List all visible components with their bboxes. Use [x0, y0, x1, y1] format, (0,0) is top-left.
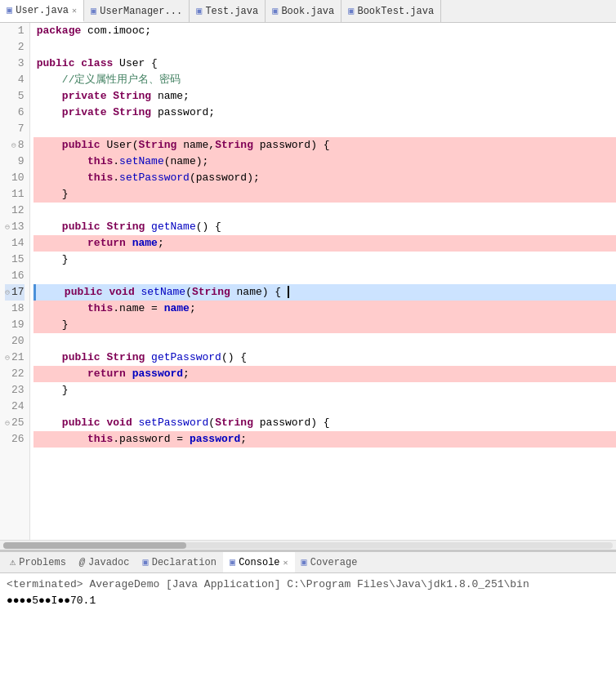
- line-number-25: 25: [5, 415, 25, 431]
- line-number-23: 23: [5, 382, 25, 399]
- tab-usermanager[interactable]: ▣ UserManager...: [84, 0, 190, 22]
- line-number-8: 8: [5, 137, 25, 154]
- line-number-17: 17: [5, 284, 25, 301]
- tab-javadoc[interactable]: @ Javadoc: [73, 552, 136, 572]
- code-line-24[interactable]: [33, 399, 616, 415]
- tab-icon-user-java: ▣: [7, 4, 12, 16]
- tab-book-java[interactable]: ▣ Book.java: [266, 0, 341, 22]
- code-line-16[interactable]: [33, 268, 616, 284]
- code-line-1[interactable]: package com.imooc;: [33, 23, 616, 39]
- close-icon-user-java[interactable]: ✕: [72, 6, 77, 16]
- code-line-8[interactable]: public User(String name,String password)…: [33, 137, 616, 154]
- code-line-22[interactable]: return password;: [33, 366, 616, 382]
- code-line-26[interactable]: this.password = password;: [33, 431, 616, 448]
- code-container[interactable]: 1234567891011121314151617181920212223242…: [0, 23, 616, 540]
- tab-coverage[interactable]: ▣ Coverage: [295, 552, 364, 572]
- line-number-2: 2: [5, 39, 25, 56]
- tab-test-java[interactable]: ▣ Test.java: [190, 0, 266, 22]
- bottom-tab-bar: ⚠ Problems @ Javadoc ▣ Declaration ▣ Con…: [0, 552, 616, 573]
- code-line-10[interactable]: this.setPassword(password);: [33, 170, 616, 186]
- code-line-23[interactable]: }: [33, 382, 616, 399]
- console-terminated-line: <terminated> AverageDemo [Java Applicati…: [7, 577, 609, 593]
- code-line-17[interactable]: public void setName(String name) {: [33, 284, 616, 301]
- line-number-24: 24: [5, 399, 25, 415]
- line-number-21: 21: [5, 350, 25, 366]
- console-close-icon[interactable]: ✕: [283, 558, 288, 568]
- tab-problems[interactable]: ⚠ Problems: [3, 552, 73, 572]
- code-line-13[interactable]: public String getName() {: [33, 219, 616, 235]
- console-output-line: ●●●●5●●I●●70.1: [7, 593, 609, 609]
- line-number-13: 13: [5, 219, 25, 235]
- tab-icon-usermanager: ▣: [91, 5, 96, 17]
- code-lines[interactable]: package com.imooc; public class User { /…: [30, 23, 616, 540]
- console-content: <terminated> AverageDemo [Java Applicati…: [0, 573, 616, 677]
- javadoc-label: Javadoc: [88, 557, 129, 568]
- tab-label-book-java: Book.java: [281, 6, 334, 17]
- coverage-icon: ▣: [301, 556, 307, 568]
- code-line-19[interactable]: }: [33, 317, 616, 333]
- code-line-15[interactable]: }: [33, 252, 616, 268]
- hscroll-thumb[interactable]: [3, 542, 186, 549]
- javadoc-icon: @: [79, 557, 85, 568]
- line-number-16: 16: [5, 268, 25, 284]
- console-label: Console: [239, 557, 279, 568]
- line-number-22: 22: [5, 366, 25, 382]
- tab-label-usermanager: UserManager...: [100, 6, 182, 17]
- line-number-26: 26: [5, 431, 25, 448]
- tab-bar: ▣ User.java ✕ ▣ UserManager... ▣ Test.ja…: [0, 0, 616, 23]
- line-number-3: 3: [5, 56, 25, 72]
- code-line-7[interactable]: [33, 121, 616, 137]
- line-number-5: 5: [5, 88, 25, 105]
- code-line-14[interactable]: return name;: [33, 235, 616, 252]
- tab-user-java[interactable]: ▣ User.java ✕: [0, 0, 84, 22]
- tab-declaration[interactable]: ▣ Declaration: [136, 552, 222, 572]
- tab-icon-test-java: ▣: [196, 5, 202, 17]
- line-number-10: 10: [5, 170, 25, 186]
- declaration-label: Declaration: [152, 557, 216, 568]
- line-number-7: 7: [5, 121, 25, 137]
- tab-label-booktest-java: BookTest.java: [357, 6, 434, 17]
- tab-icon-book-java: ▣: [272, 5, 278, 17]
- line-number-6: 6: [5, 105, 25, 121]
- bottom-panel: ⚠ Problems @ Javadoc ▣ Declaration ▣ Con…: [0, 550, 616, 677]
- code-line-4[interactable]: //定义属性用户名、密码: [33, 72, 616, 88]
- tab-console[interactable]: ▣ Console ✕: [223, 552, 295, 572]
- problems-icon: ⚠: [10, 556, 16, 568]
- tab-booktest-java[interactable]: ▣ BookTest.java: [341, 0, 441, 22]
- line-numbers: 1234567891011121314151617181920212223242…: [0, 23, 30, 540]
- code-line-5[interactable]: private String name;: [33, 88, 616, 105]
- line-number-9: 9: [5, 154, 25, 170]
- line-number-14: 14: [5, 235, 25, 252]
- line-number-1: 1: [5, 23, 25, 39]
- code-line-9[interactable]: this.setName(name);: [33, 154, 616, 170]
- horizontal-scrollbar[interactable]: [0, 540, 616, 550]
- problems-label: Problems: [19, 557, 66, 568]
- code-line-11[interactable]: }: [33, 186, 616, 203]
- hscroll-track[interactable]: [3, 542, 613, 549]
- line-number-15: 15: [5, 252, 25, 268]
- line-number-4: 4: [5, 72, 25, 88]
- code-line-25[interactable]: public void setPassword(String password)…: [33, 415, 616, 431]
- code-line-20[interactable]: [33, 333, 616, 350]
- code-line-12[interactable]: [33, 203, 616, 219]
- declaration-icon: ▣: [142, 556, 148, 568]
- coverage-label: Coverage: [310, 557, 358, 568]
- code-line-21[interactable]: public String getPassword() {: [33, 350, 616, 366]
- line-number-19: 19: [5, 317, 25, 333]
- tab-label-user-java: User.java: [16, 5, 69, 16]
- code-line-6[interactable]: private String password;: [33, 105, 616, 121]
- editor-area: 1234567891011121314151617181920212223242…: [0, 23, 616, 550]
- line-number-20: 20: [5, 333, 25, 350]
- tab-icon-booktest-java: ▣: [348, 5, 354, 17]
- line-number-12: 12: [5, 203, 25, 219]
- tab-label-test-java: Test.java: [205, 6, 258, 17]
- code-line-3[interactable]: public class User {: [33, 56, 616, 72]
- line-number-11: 11: [5, 186, 25, 203]
- code-line-18[interactable]: this.name = name;: [33, 301, 616, 317]
- console-icon: ▣: [230, 556, 235, 568]
- code-line-2[interactable]: [33, 39, 616, 56]
- line-number-18: 18: [5, 301, 25, 317]
